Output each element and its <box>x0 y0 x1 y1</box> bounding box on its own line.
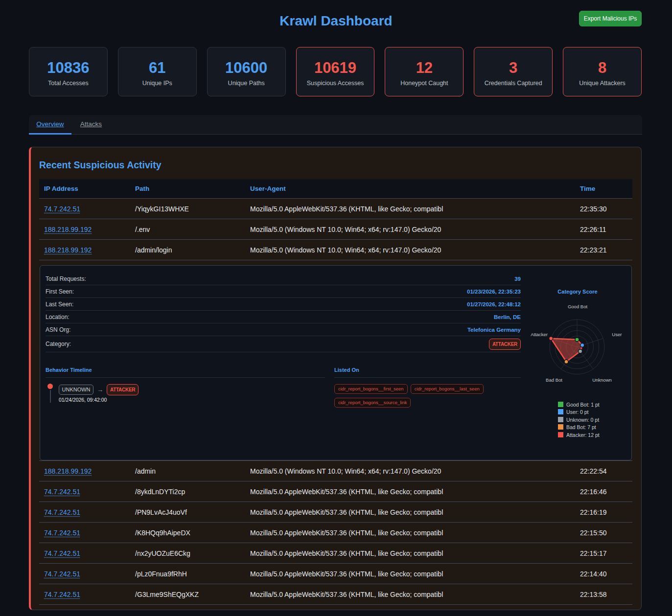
svg-text:Bad Bot: Bad Bot <box>546 377 562 383</box>
svg-text:Unknown: Unknown <box>592 377 612 383</box>
svg-text:Attacker: Attacker <box>531 332 548 337</box>
svg-text:Good Bot: Good Bot <box>568 304 587 309</box>
svg-text:User: User <box>612 332 622 337</box>
